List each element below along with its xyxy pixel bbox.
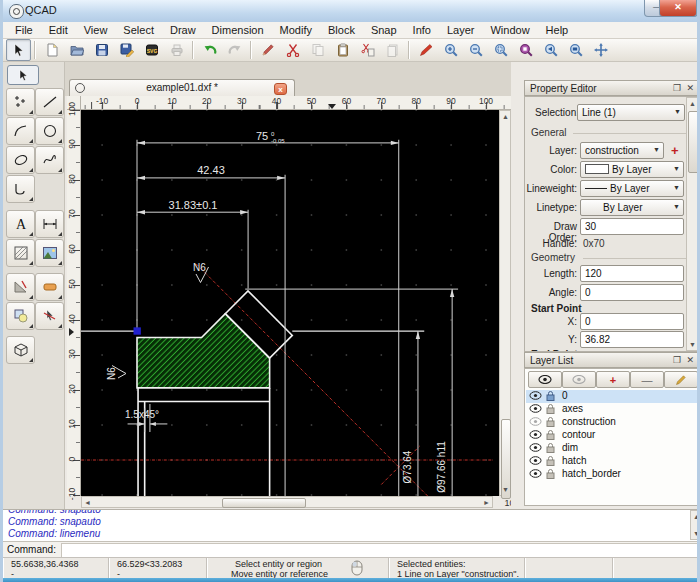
lock-icon[interactable] (546, 417, 555, 427)
palette-ellipse-tool[interactable] (6, 146, 35, 174)
menu-window[interactable]: Window (482, 23, 537, 37)
lock-icon[interactable] (546, 456, 555, 466)
menu-block[interactable]: Block (320, 23, 363, 37)
menu-draw[interactable]: Draw (162, 23, 204, 37)
zoom-out-button[interactable] (463, 39, 488, 61)
panel-float-icon[interactable]: ❐ (673, 355, 681, 365)
paste-reference-button[interactable] (380, 39, 405, 61)
layer-list-titlebar[interactable]: Layer List ❐ ✕ (524, 352, 700, 368)
menu-edit[interactable]: Edit (41, 23, 76, 37)
menu-select[interactable]: Select (115, 23, 162, 37)
linetype-combo[interactable]: By Layer▼ (580, 199, 684, 216)
property-editor-scroll-thumb[interactable] (688, 111, 699, 173)
scroll-up-arrow[interactable]: ▲ (687, 98, 698, 109)
palette-line-tool[interactable] (35, 88, 64, 116)
scroll-down-arrow[interactable]: ▼ (691, 528, 700, 539)
angle-input[interactable]: 0 (580, 284, 684, 301)
layer-row-axes[interactable]: axes (526, 403, 698, 416)
lineweight-combo[interactable]: By Layer▼ (580, 180, 684, 197)
eye-icon[interactable] (529, 404, 542, 413)
zoom-window-button[interactable] (488, 39, 513, 61)
lock-icon[interactable] (546, 430, 555, 440)
eye-icon[interactable] (529, 456, 542, 465)
dimension-lines[interactable] (128, 140, 459, 496)
scroll-down-arrow[interactable]: ▼ (687, 339, 698, 350)
print-button[interactable] (164, 39, 189, 61)
lock-icon[interactable] (546, 443, 555, 453)
menu-layer[interactable]: Layer (439, 23, 483, 37)
start-x-input[interactable]: 0 (580, 313, 684, 330)
history-scrollbar[interactable]: ▲ ▼ (690, 510, 700, 540)
add-layer-button[interactable]: + (596, 371, 630, 388)
tab-close-button[interactable]: x (274, 83, 287, 95)
drawing-canvas[interactable]: 75 0 -0.05 42.43 31.83±0.1 1.5x45° Ø73.6… (81, 110, 499, 496)
palette-point-tool[interactable] (6, 88, 35, 116)
menu-info[interactable]: Info (405, 23, 439, 37)
horizontal-scroll-thumb[interactable] (222, 498, 306, 508)
open-file-button[interactable] (64, 39, 89, 61)
hide-all-layers-button[interactable] (562, 371, 596, 388)
scroll-left-arrow[interactable]: ◄ (82, 497, 93, 508)
redo-button[interactable] (222, 39, 247, 61)
new-file-button[interactable] (39, 39, 64, 61)
menu-file[interactable]: File (7, 23, 41, 37)
draw-order-input[interactable]: 30 (580, 218, 684, 235)
property-editor-titlebar[interactable]: Property Editor ❐ ✕ (524, 80, 700, 96)
zoom-auto-button[interactable] (513, 39, 538, 61)
lock-icon[interactable] (546, 469, 555, 479)
palette-spline-tool[interactable] (35, 146, 64, 174)
menu-snap[interactable]: Snap (363, 23, 405, 37)
zoom-in-button[interactable] (438, 39, 463, 61)
layer-combo[interactable]: construction▼ (580, 142, 664, 159)
panel-float-icon[interactable]: ❐ (673, 83, 681, 93)
paste-button[interactable] (330, 39, 355, 61)
layer-row-contour[interactable]: contour (526, 429, 698, 442)
layer-row-dim[interactable]: dim (526, 442, 698, 455)
edit-layer-button[interactable] (664, 371, 698, 388)
palette-annotation-tool[interactable] (35, 273, 64, 301)
menu-dimension[interactable]: Dimension (204, 23, 272, 37)
palette-text-tool[interactable]: A (6, 210, 35, 238)
eye-icon[interactable] (529, 391, 542, 400)
panel-close-icon[interactable]: ✕ (686, 355, 694, 365)
copy-button[interactable] (305, 39, 330, 61)
edit-button[interactable] (255, 39, 280, 61)
save-button[interactable] (89, 39, 114, 61)
palette-selection-tool[interactable] (7, 65, 39, 85)
shaft-outline[interactable] (138, 388, 270, 496)
command-history[interactable]: Command: snapauto Command: snapauto Comm… (3, 509, 700, 541)
save-as-button[interactable] (114, 39, 139, 61)
palette-image-tool[interactable] (35, 239, 64, 267)
close-button[interactable]: ✕ (659, 0, 697, 17)
remove-layer-button[interactable]: — (630, 371, 664, 388)
palette-arc-tool[interactable] (6, 117, 35, 145)
scroll-up-arrow[interactable]: ▲ (500, 111, 511, 122)
layer-row-hatch-border[interactable]: hatch_border (526, 468, 698, 481)
scroll-right-arrow[interactable]: ► (481, 497, 492, 508)
eye-icon[interactable] (529, 469, 542, 478)
selection-combo[interactable]: Line (1)▼ (577, 104, 685, 121)
scroll-down-arrow[interactable]: ▼ (500, 484, 511, 495)
palette-polyline-tool[interactable] (6, 175, 35, 203)
palette-circle-tool[interactable] (35, 117, 64, 145)
eye-off-icon[interactable] (529, 417, 542, 426)
panel-close-icon[interactable]: ✕ (686, 83, 694, 93)
cut-reference-button[interactable] (355, 39, 380, 61)
palette-dimension-tool[interactable] (35, 210, 64, 238)
layer-row-0[interactable]: 0 (526, 390, 698, 403)
cut-button[interactable] (280, 39, 305, 61)
svg-export-button[interactable]: SVG (139, 39, 164, 61)
document-tab[interactable]: example01.dxf * x (69, 79, 295, 96)
color-combo[interactable]: By Layer▼ (580, 161, 684, 178)
palette-modify-selection-tool[interactable] (35, 302, 64, 330)
palette-solid-tool[interactable] (6, 336, 35, 364)
show-all-layers-button[interactable] (528, 371, 562, 388)
selection-endpoint-marker[interactable] (134, 327, 141, 334)
draw-button[interactable] (413, 39, 438, 61)
palette-hatch-tool[interactable] (6, 239, 35, 267)
canvas-vertical-scrollbar[interactable]: ▲ ▼ (499, 110, 511, 496)
scroll-up-arrow[interactable]: ▲ (691, 511, 700, 522)
layer-row-hatch[interactable]: hatch (526, 455, 698, 468)
palette-measure-tool[interactable] (6, 273, 35, 301)
layer-row-construction[interactable]: construction (526, 416, 698, 429)
